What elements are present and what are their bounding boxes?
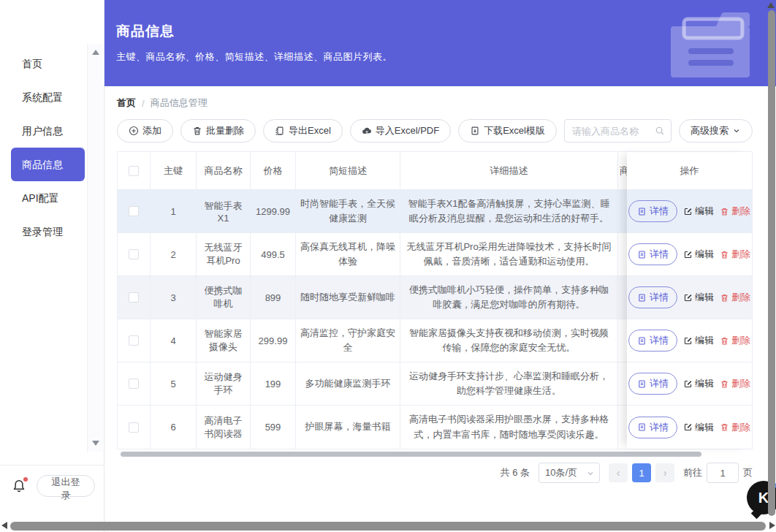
edit-button[interactable]: 编辑 — [683, 291, 714, 304]
scroll-up-icon[interactable] — [92, 50, 99, 55]
column-header-name: 商品名称 — [197, 152, 251, 189]
breadcrumb-separator: / — [142, 98, 145, 109]
scroll-down-icon[interactable] — [92, 441, 99, 446]
detail-button[interactable]: 详情 — [628, 286, 677, 308]
toolbar: 添加 批量删除 导出Excel 导入Excel/PDF 下载Excel模版 — [117, 119, 753, 142]
document-icon — [637, 207, 647, 216]
page-size-select[interactable]: 10条/页 — [539, 463, 600, 483]
column-header-actions: 操作 — [627, 152, 752, 190]
sidebar-scrollbar[interactable] — [87, 44, 103, 452]
cell-id: 2 — [151, 233, 197, 276]
delete-button[interactable]: 删除 — [720, 334, 750, 347]
cell-product-name: 高清电子书阅读器 — [197, 406, 251, 449]
document-icon — [637, 250, 647, 259]
cell-id: 3 — [151, 276, 197, 319]
cell-price: 599 — [251, 406, 296, 449]
horizontal-scrollbar[interactable] — [10, 522, 766, 531]
document-icon — [637, 379, 647, 389]
edit-button[interactable]: 编辑 — [683, 248, 714, 261]
cell-product-name: 便携式咖啡机 — [197, 276, 251, 319]
cell-detail-desc: 便携式咖啡机小巧轻便，操作简单，支持多种咖啡胶囊，满足您对咖啡的所有期待。 — [400, 276, 618, 319]
sidebar: 首页 系统配置 用户信息 商品信息 API配置 登录管理 退出登录 — [0, 0, 104, 532]
download-template-button[interactable]: 下载Excel模版 — [458, 119, 557, 142]
row-actions: 详情 编辑 删除 — [627, 233, 752, 276]
breadcrumb-current: 商品信息管理 — [151, 96, 208, 110]
row-actions: 详情 编辑 删除 — [627, 406, 752, 449]
advanced-search-button[interactable]: 高级搜索 — [679, 119, 753, 142]
edit-button[interactable]: 编辑 — [683, 377, 714, 390]
trash-icon — [720, 207, 729, 216]
trash-icon — [720, 250, 729, 259]
breadcrumb: 首页 / 商品信息管理 — [117, 96, 776, 110]
detail-button[interactable]: 详情 — [628, 243, 677, 265]
breadcrumb-home[interactable]: 首页 — [117, 96, 136, 110]
total-count: 共 6 条 — [501, 466, 530, 479]
cell-short-desc: 高清监控，守护家庭安全 — [296, 319, 400, 362]
page-unit-label: 页 — [743, 466, 753, 479]
row-actions: 详情 编辑 删除 — [627, 190, 752, 233]
row-checkbox[interactable] — [129, 292, 139, 303]
cell-detail-desc: 智能家居摄像头支持夜视和移动侦测，实时视频传输，保障您的家庭安全无忧。 — [400, 319, 618, 362]
edit-button[interactable]: 编辑 — [683, 421, 714, 434]
row-checkbox[interactable] — [129, 206, 139, 216]
goto-page-input[interactable] — [707, 463, 739, 483]
notification-dot — [23, 477, 28, 482]
cell-id: 1 — [151, 190, 197, 232]
cell-product-name: 智能手表X1 — [197, 190, 251, 232]
batch-delete-button[interactable]: 批量删除 — [180, 119, 256, 142]
export-excel-button[interactable]: 导出Excel — [263, 119, 343, 142]
select-all-checkbox[interactable] — [129, 166, 139, 176]
detail-button[interactable]: 详情 — [628, 373, 677, 395]
row-actions: 详情 编辑 删除 — [627, 362, 752, 406]
column-header-detail-desc: 详细描述 — [400, 152, 618, 189]
horizontal-scroll-left-icon[interactable] — [1, 522, 7, 529]
sidebar-footer: 退出登录 — [0, 465, 104, 506]
detail-button[interactable]: 详情 — [628, 417, 677, 438]
row-checkbox[interactable] — [129, 379, 139, 389]
trash-icon — [720, 422, 729, 432]
search-icon[interactable] — [655, 126, 665, 136]
horizontal-scroll-right-icon[interactable] — [769, 522, 775, 529]
import-excel-pdf-button[interactable]: 导入Excel/PDF — [350, 119, 451, 142]
row-checkbox[interactable] — [129, 335, 139, 346]
sidebar-item-product-info[interactable]: 商品信息 — [11, 148, 85, 181]
vertical-scroll-up-icon[interactable] — [767, 2, 775, 8]
cell-detail-desc: 智能手表X1配备高清触摸屏，支持心率监测、睡眠分析及消息提醒，是您运动和生活的好… — [400, 190, 618, 232]
delete-button[interactable]: 删除 — [720, 291, 750, 304]
main-content: 商品信息 主键、商品名称、价格、简短描述、详细描述、商品图片列表。 首页 / 商… — [104, 0, 776, 532]
row-actions: 详情 编辑 删除 — [627, 276, 752, 319]
detail-button[interactable]: 详情 — [628, 330, 677, 352]
row-checkbox[interactable] — [129, 422, 139, 433]
cell-product-name: 无线蓝牙耳机Pro — [197, 233, 251, 276]
edit-button[interactable]: 编辑 — [683, 205, 714, 218]
trash-icon — [192, 126, 202, 136]
delete-button[interactable]: 删除 — [720, 377, 750, 390]
current-page-button[interactable]: 1 — [632, 463, 651, 482]
vertical-scrollbar[interactable] — [768, 10, 775, 516]
pager: ‹ 1 › — [609, 463, 674, 482]
table-horizontal-scrollbar[interactable] — [121, 452, 701, 457]
detail-button[interactable]: 详情 — [628, 200, 677, 222]
cell-product-name: 运动健身手环 — [197, 362, 251, 405]
add-button[interactable]: 添加 — [117, 119, 173, 142]
cell-short-desc: 时尚智能手表，全天候健康监测 — [296, 190, 400, 232]
logout-button[interactable]: 退出登录 — [37, 475, 95, 497]
prev-page-button[interactable]: ‹ — [609, 463, 628, 482]
bell-icon[interactable] — [12, 479, 26, 493]
pagination: 共 6 条 10条/页 ‹ 1 › 前往 页 — [117, 463, 753, 483]
delete-button[interactable]: 删除 — [720, 248, 750, 261]
cell-id: 6 — [151, 406, 197, 449]
next-page-button[interactable]: › — [655, 463, 674, 482]
cell-price: 199 — [251, 362, 296, 405]
app-window: 首页 系统配置 用户信息 商品信息 API配置 登录管理 退出登录 商品信息 — [0, 0, 776, 532]
circle-plus-icon — [129, 126, 139, 136]
delete-button[interactable]: 删除 — [720, 421, 750, 434]
cell-short-desc: 随时随地享受新鲜咖啡 — [296, 276, 400, 319]
column-header-id: 主键 — [151, 152, 197, 189]
chevron-down-icon — [586, 469, 595, 478]
delete-button[interactable]: 删除 — [720, 205, 750, 218]
row-checkbox[interactable] — [129, 249, 139, 259]
file-template-icon — [470, 126, 480, 136]
cell-short-desc: 护眼屏幕，海量书籍 — [296, 406, 400, 449]
edit-button[interactable]: 编辑 — [683, 334, 714, 347]
